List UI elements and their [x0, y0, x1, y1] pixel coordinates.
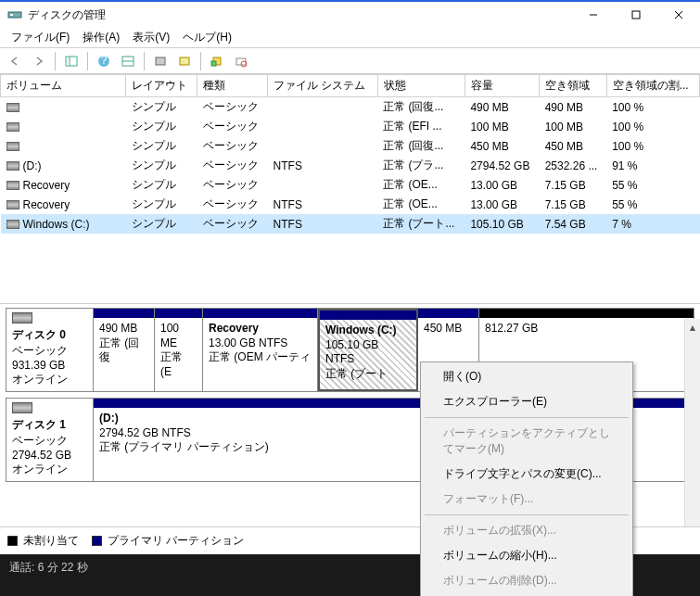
disk-mgmt-icon [7, 7, 22, 22]
volume-icon [6, 181, 19, 190]
ctx-extend: ボリュームの拡張(X)... [423, 518, 630, 543]
volume-icon [6, 103, 19, 112]
panel-button[interactable] [60, 50, 83, 72]
legend-primary-label: プライマリ パーティション [108, 533, 244, 549]
svg-rect-1 [10, 14, 13, 16]
svg-rect-13 [180, 57, 189, 65]
ctx-mark-active: パーティションをアクティブとしてマーク(M) [423, 421, 630, 462]
partition[interactable]: 100 ME正常 (E [155, 309, 203, 391]
volume-row[interactable]: シンプルベーシック正常 (回復...450 MB450 MB100 % [1, 136, 700, 156]
volume-icon [6, 161, 19, 171]
disk-icon [12, 312, 32, 323]
window-titlebar: ディスクの管理 [0, 0, 700, 28]
svg-rect-6 [66, 57, 77, 66]
partition-recovery[interactable]: Recovery13.00 GB NTFS正常 (OEM パーティ [203, 309, 318, 391]
partition[interactable]: 490 MB正常 (回復 [94, 309, 155, 391]
ctx-shrink[interactable]: ボリュームの縮小(H)... [423, 543, 630, 568]
volume-row[interactable]: (D:)シンプルベーシックNTFS正常 (プラ...2794.52 GB2532… [1, 156, 700, 175]
legend-unallocated-swatch [7, 536, 18, 546]
col-volume[interactable]: ボリューム [1, 75, 126, 97]
col-filesystem[interactable]: ファイル システム [268, 75, 378, 97]
menu-action[interactable]: 操作(A) [77, 28, 125, 47]
maximize-button[interactable] [615, 2, 657, 28]
col-free-pct[interactable]: 空き領域の割... [606, 75, 699, 97]
disk-1-label[interactable]: ディスク 1 ベーシック 2794.52 GB オンライン [6, 399, 94, 481]
ctx-open[interactable]: 開く(O) [423, 364, 630, 389]
menu-help[interactable]: ヘルプ(H) [177, 28, 237, 47]
legend-unallocated-label: 未割り当て [23, 533, 79, 549]
svg-text:?: ? [101, 55, 108, 67]
volume-icon [6, 220, 19, 229]
help-button[interactable]: ? [93, 50, 115, 72]
forward-button[interactable] [28, 50, 50, 72]
partition-windows-c[interactable]: Windows (C:)105.10 GB NTFS正常 (ブート [318, 309, 418, 391]
volume-header-row[interactable]: ボリューム レイアウト 種類 ファイル システム 状態 容量 空き領域 空き領域… [1, 75, 700, 97]
col-free[interactable]: 空き領域 [540, 75, 607, 97]
volume-row[interactable]: RecoveryシンプルベーシックNTFS正常 (OE...13.00 GB7.… [1, 195, 700, 214]
ctx-explorer[interactable]: エクスプローラー(E) [423, 389, 630, 414]
menubar: ファイル(F) 操作(A) 表示(V) ヘルプ(H) [0, 28, 700, 48]
volume-row[interactable]: シンプルベーシック正常 (回復...490 MB490 MB100 % [1, 97, 700, 118]
svg-rect-12 [156, 57, 165, 65]
col-capacity[interactable]: 容量 [465, 75, 539, 97]
col-layout[interactable]: レイアウト [126, 75, 197, 97]
context-menu: 開く(O) エクスプローラー(E) パーティションをアクティブとしてマーク(M)… [420, 361, 633, 596]
icon-button-3[interactable] [206, 50, 228, 72]
icon-button-2[interactable] [173, 50, 196, 72]
col-state[interactable]: 状態 [377, 75, 465, 97]
volume-row[interactable]: Recoveryシンプルベーシック正常 (OE...13.00 GB7.15 G… [1, 175, 700, 195]
disk-icon [12, 402, 32, 413]
ctx-format: フォーマット(F)... [423, 487, 630, 512]
call-duration: 通話: 6 分 22 秒 [9, 561, 88, 574]
layout-button[interactable] [117, 50, 139, 72]
icon-button-1[interactable] [149, 50, 172, 72]
menu-file[interactable]: ファイル(F) [6, 28, 75, 47]
volume-icon [6, 122, 19, 132]
disk-0-label[interactable]: ディスク 0 ベーシック 931.39 GB オンライン [6, 309, 94, 391]
ctx-delete: ボリュームの削除(D)... [423, 568, 630, 593]
volume-icon [6, 200, 19, 209]
volume-list: ボリューム レイアウト 種類 ファイル システム 状態 容量 空き領域 空き領域… [0, 74, 700, 304]
icon-button-4[interactable] [230, 50, 252, 72]
vertical-scrollbar[interactable]: ▴ [684, 319, 700, 533]
svg-rect-3 [632, 11, 640, 19]
ctx-change-drive-letter[interactable]: ドライブ文字とパスの変更(C)... [423, 462, 630, 487]
close-button[interactable] [657, 2, 700, 28]
minimize-button[interactable] [572, 2, 615, 28]
window-title: ディスクの管理 [28, 7, 572, 23]
volume-row[interactable]: シンプルベーシック正常 (EFI ...100 MB100 MB100 % [1, 117, 700, 136]
scroll-up-icon[interactable]: ▴ [685, 319, 700, 335]
toolbar: ? [0, 48, 700, 74]
volume-icon [6, 142, 19, 151]
volume-row[interactable]: Windows (C:)シンプルベーシックNTFS正常 (ブート...105.1… [1, 214, 700, 234]
svg-rect-15 [211, 61, 216, 66]
col-type[interactable]: 種類 [197, 75, 268, 97]
menu-view[interactable]: 表示(V) [127, 28, 175, 47]
legend-primary-swatch [92, 536, 102, 546]
back-button[interactable] [4, 50, 26, 72]
